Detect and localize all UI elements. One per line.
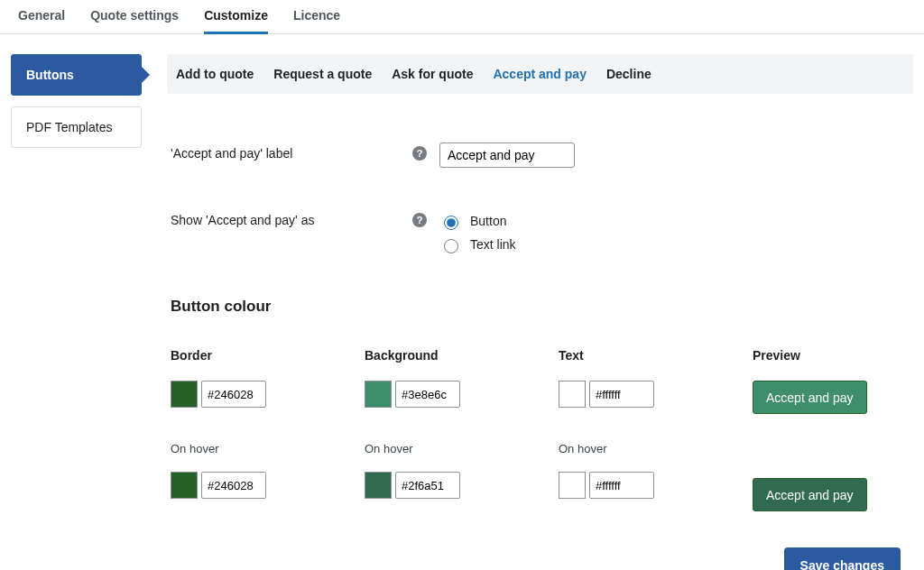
subtab-ask-for-quote[interactable]: Ask for quote: [392, 67, 473, 81]
subtab-request-a-quote[interactable]: Request a quote: [273, 67, 372, 81]
sub-tabs: Add to quote Request a quote Ask for quo…: [167, 54, 913, 94]
main-panel: Add to quote Request a quote Ask for quo…: [167, 54, 913, 570]
button-colour-heading: Button colour: [171, 298, 910, 316]
sidebar: Buttons PDF Templates: [11, 54, 142, 159]
tab-licence[interactable]: Licence: [293, 0, 340, 34]
help-icon[interactable]: ?: [412, 213, 427, 227]
sidebar-item-pdf-templates[interactable]: PDF Templates: [11, 106, 142, 148]
subtab-decline[interactable]: Decline: [606, 67, 651, 81]
border-hover-hex-input[interactable]: [201, 472, 266, 499]
preview-column: Preview Accept and pay On hover Accept a…: [753, 348, 897, 511]
show-as-caption: Show 'Accept and pay' as: [171, 209, 412, 227]
subtab-accept-and-pay[interactable]: Accept and pay: [493, 67, 586, 81]
color-grid: Border On hover Background: [171, 348, 910, 511]
border-heading: Border: [171, 348, 365, 363]
tab-customize[interactable]: Customize: [204, 0, 268, 34]
show-as-link-option[interactable]: Text link: [439, 233, 516, 256]
background-hover-label: On hover: [365, 442, 559, 455]
border-column: Border On hover: [171, 348, 365, 511]
top-tabs: General Quote settings Customize Licence: [0, 0, 924, 34]
background-hover-hex-input[interactable]: [395, 472, 460, 499]
background-heading: Background: [365, 348, 559, 363]
preview-button-normal: Accept and pay: [753, 381, 867, 414]
text-column: Text On hover: [559, 348, 753, 511]
text-hover-swatch[interactable]: [559, 472, 586, 499]
background-hex-input[interactable]: [395, 381, 460, 408]
tab-general[interactable]: General: [18, 0, 65, 34]
show-as-button-option[interactable]: Button: [439, 209, 516, 233]
text-hover-hex-input[interactable]: [589, 472, 654, 499]
preview-heading: Preview: [753, 348, 897, 363]
background-hover-swatch[interactable]: [365, 472, 392, 499]
border-hover-swatch[interactable]: [171, 472, 198, 499]
background-column: Background On hover: [365, 348, 559, 511]
background-swatch[interactable]: [365, 381, 392, 408]
sidebar-item-buttons[interactable]: Buttons: [11, 54, 142, 96]
text-heading: Text: [559, 348, 753, 363]
border-hover-label: On hover: [171, 442, 365, 455]
tab-quote-settings[interactable]: Quote settings: [90, 0, 179, 34]
save-changes-button[interactable]: Save changes: [784, 547, 901, 570]
show-as-link-label: Text link: [470, 237, 516, 252]
text-swatch[interactable]: [559, 381, 586, 408]
accept-pay-label-caption: 'Accept and pay' label: [171, 142, 412, 161]
text-hex-input[interactable]: [589, 381, 654, 408]
show-as-button-radio[interactable]: [444, 216, 458, 230]
subtab-add-to-quote[interactable]: Add to quote: [176, 67, 254, 81]
preview-button-hover: Accept and pay: [753, 478, 867, 511]
border-hex-input[interactable]: [201, 381, 266, 408]
text-hover-label: On hover: [559, 442, 753, 455]
accept-pay-label-input[interactable]: [439, 142, 575, 168]
show-as-button-label: Button: [470, 214, 506, 228]
help-icon[interactable]: ?: [412, 146, 427, 161]
border-swatch[interactable]: [171, 381, 198, 408]
show-as-link-radio[interactable]: [444, 239, 458, 253]
